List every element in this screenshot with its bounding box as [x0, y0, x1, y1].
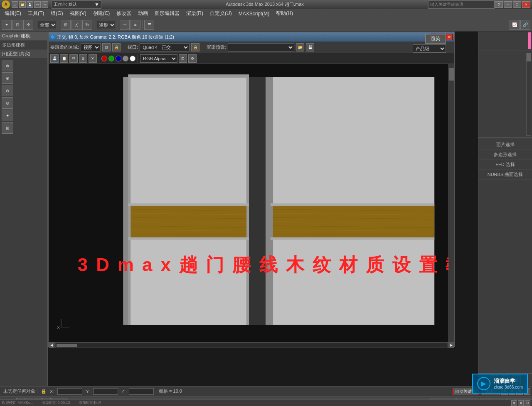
- menu-animation[interactable]: 动画: [135, 9, 151, 18]
- scroll-track[interactable]: [56, 343, 447, 347]
- render-quality-select[interactable]: 产品级: [413, 44, 446, 53]
- bottom-icon-1[interactable]: ⊕: [511, 400, 517, 406]
- menu-group[interactable]: 组(G): [48, 9, 66, 18]
- app-logo: A: [2, 0, 10, 9]
- tool-5[interactable]: ✦: [2, 110, 13, 121]
- schematic-btn[interactable]: 🔗: [520, 20, 530, 30]
- toolbar-sep-4: [118, 20, 118, 29]
- tool-2[interactable]: ⊗: [2, 72, 13, 84]
- tool-1[interactable]: ⊕: [2, 60, 13, 71]
- face-select-item[interactable]: 面片选择: [478, 140, 532, 150]
- search-bar[interactable]: 键入关键字或短语: [428, 0, 495, 9]
- scroll-right-btn[interactable]: ▶: [448, 342, 454, 348]
- maximize-btn[interactable]: □: [513, 1, 521, 8]
- render-btn[interactable]: 渲染: [425, 34, 446, 44]
- scroll-thumb[interactable]: [449, 68, 454, 81]
- tool-4[interactable]: ⊙: [2, 97, 13, 109]
- select-region-btn[interactable]: ⊡: [12, 20, 22, 30]
- viewport-grid: Graphite 建模... 多边形建模 [+][正交][真实] ⊕ ⊗ ⊘ ⊙…: [0, 32, 532, 386]
- toolbar-sep-1: [35, 20, 35, 29]
- watermark-play-icon: ▶: [481, 380, 486, 387]
- y-input[interactable]: [93, 388, 118, 395]
- tool-6[interactable]: ⊞: [2, 122, 13, 134]
- new-btn[interactable]: □: [12, 1, 18, 8]
- menu-modifiers[interactable]: 修改器: [113, 9, 134, 18]
- shape-select[interactable]: 矩形: [96, 21, 116, 29]
- menu-view[interactable]: 视图(V): [67, 9, 89, 18]
- menu-render[interactable]: 渲染(R): [183, 9, 206, 18]
- viewport-select[interactable]: Quad 4 - 正交: [140, 43, 190, 51]
- print-btn[interactable]: ⊗: [79, 54, 87, 63]
- menu-graph-editors[interactable]: 图形编辑器: [152, 9, 182, 18]
- rp-scroll-thumb[interactable]: [527, 53, 531, 61]
- snap-3d-btn[interactable]: ⊞: [61, 20, 71, 30]
- vertical-scrollbar[interactable]: [448, 64, 454, 342]
- select-object-btn[interactable]: ✦: [2, 20, 12, 30]
- menu-tools[interactable]: 工具(T): [25, 9, 47, 18]
- render-lock-btn[interactable]: 🔒: [112, 43, 121, 51]
- center-viewport: 🔷 正交, 帧 0, 显示 Gamma: 2.2, RGBA 颜色 16 位/通…: [48, 32, 478, 386]
- open-btn[interactable]: 📁: [19, 1, 26, 8]
- mirror-btn[interactable]: ⊣: [120, 20, 130, 30]
- title-bar: A □ 📁 💾 ↩ ↪ 工作台: 默认 ▼ Autodesk 3ds Max 2…: [0, 0, 532, 9]
- polygon-modeling-item[interactable]: 多边形建模: [0, 41, 47, 50]
- img-sep-1: [99, 54, 99, 63]
- green-channel-btn[interactable]: [108, 56, 114, 61]
- minimize-btn[interactable]: ─: [504, 1, 512, 8]
- copy-img-btn[interactable]: 📋: [60, 54, 68, 63]
- bottom-icon-2[interactable]: ⊗: [518, 400, 524, 406]
- move-btn[interactable]: ✛: [23, 20, 33, 30]
- close-btn[interactable]: ✕: [522, 1, 530, 8]
- h-scroll-thumb[interactable]: [57, 344, 77, 347]
- menu-maxscript[interactable]: MAXScript(M): [236, 10, 273, 18]
- rp-scroll-area: [478, 52, 532, 137]
- white-channel-btn[interactable]: [130, 56, 135, 61]
- menu-customize[interactable]: 自定义(U): [207, 9, 235, 18]
- layer-btn[interactable]: ☰: [144, 20, 154, 30]
- rp-scrollbar[interactable]: [526, 53, 531, 136]
- graphite-header: Graphite 建模...: [0, 32, 47, 41]
- channel-expand-btn[interactable]: ⊡: [179, 54, 187, 63]
- snap-percent-btn[interactable]: %: [82, 20, 92, 30]
- menu-create[interactable]: 创建(C): [90, 9, 113, 18]
- y-label: Y:: [86, 389, 90, 394]
- render-bottom-scrollbar[interactable]: ◀ ▶: [49, 342, 454, 348]
- save-btn[interactable]: 💾: [27, 1, 33, 8]
- clear-btn[interactable]: ✕: [89, 54, 97, 63]
- undo-btn[interactable]: ↩: [34, 1, 41, 8]
- ffd-select-item[interactable]: FFD 选择: [478, 160, 532, 170]
- scroll-left-btn[interactable]: ◀: [49, 342, 54, 348]
- workspace-dropdown-icon[interactable]: ▼: [94, 2, 99, 7]
- selection-filter[interactable]: 全部: [37, 21, 57, 29]
- menu-edit[interactable]: 编辑(E): [2, 9, 24, 18]
- menu-help[interactable]: 帮助(H): [273, 9, 296, 18]
- render-area-icon-btn[interactable]: ⊡: [102, 43, 111, 51]
- redo-btn[interactable]: ↪: [42, 1, 48, 8]
- workspace-selector[interactable]: 工作台: 默认 ▼: [52, 0, 101, 9]
- snap-angle-btn[interactable]: ∡: [71, 20, 81, 30]
- blue-channel-btn[interactable]: [116, 56, 121, 61]
- channel-select[interactable]: RGB Alpha: [140, 54, 177, 63]
- clone-btn[interactable]: ⧉: [69, 54, 78, 63]
- align-btn[interactable]: ≡: [131, 20, 140, 30]
- logo-text: A: [4, 2, 7, 7]
- viewport-label[interactable]: [+][正交][真实]: [0, 50, 47, 58]
- help-btn[interactable]: ?: [495, 1, 503, 8]
- tool-3[interactable]: ⊘: [2, 85, 13, 96]
- nurbs-select-item[interactable]: NURBS 曲面选择: [478, 170, 532, 180]
- render-area-select[interactable]: 视图: [81, 43, 101, 51]
- save-img-btn[interactable]: 💾: [50, 54, 59, 63]
- channel-settings-btn[interactable]: ⚙: [188, 54, 197, 63]
- z-input[interactable]: [129, 388, 154, 395]
- render-preset-select[interactable]: ---------------------------: [228, 43, 294, 51]
- bottom-icon-3[interactable]: ⊙: [525, 400, 530, 406]
- alpha-channel-btn[interactable]: [123, 56, 128, 61]
- x-input[interactable]: [57, 388, 82, 395]
- poly-select-item[interactable]: 多边形选择: [478, 150, 532, 160]
- viewport-lock-btn[interactable]: 🔒: [191, 43, 200, 51]
- render-preset-open-btn[interactable]: 📂: [296, 43, 304, 51]
- red-channel-btn[interactable]: [101, 56, 107, 61]
- rw-close-btn[interactable]: ✕: [446, 34, 453, 40]
- curve-editor-btn[interactable]: 📈: [510, 20, 520, 30]
- render-preset-save-btn[interactable]: 💾: [306, 43, 314, 51]
